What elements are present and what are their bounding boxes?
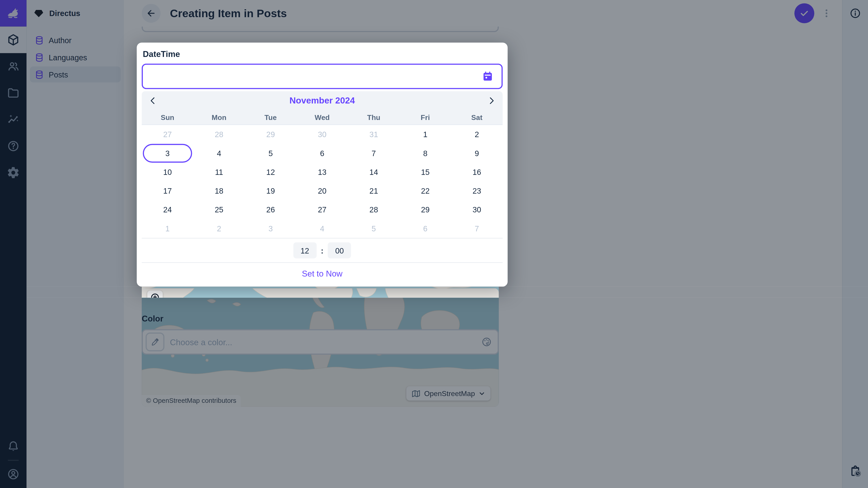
- modal-overlay[interactable]: [499, 287, 868, 298]
- datetime-picker-dialog: DateTime November 2024: [137, 43, 508, 287]
- chevron-left-icon: [148, 96, 158, 106]
- calendar-day[interactable]: 3: [143, 144, 192, 163]
- minute-input[interactable]: 00: [328, 242, 351, 258]
- calendar-day[interactable]: 26: [246, 200, 295, 219]
- weekday-label: Fri: [399, 113, 451, 122]
- world-map: [142, 288, 499, 298]
- datetime-field-label: DateTime: [143, 49, 503, 59]
- calendar-day[interactable]: 29: [246, 125, 295, 144]
- calendar-day[interactable]: 12: [246, 163, 295, 182]
- calendar-day[interactable]: 4: [298, 219, 347, 238]
- calendar-day[interactable]: 2: [452, 125, 501, 144]
- set-to-now-row: Set to Now: [142, 263, 503, 284]
- calendar-day[interactable]: 1: [143, 219, 192, 238]
- calendar-day[interactable]: 27: [298, 200, 347, 219]
- calendar-day[interactable]: 13: [298, 163, 347, 182]
- calendar-day[interactable]: 1: [401, 125, 450, 144]
- weekday-label: Mon: [193, 113, 245, 122]
- app-root: Directus Author L: [0, 0, 868, 488]
- calendar-header: November 2024 SunMonTueWedThuFriSat: [142, 91, 503, 125]
- set-to-now-button[interactable]: Set to Now: [302, 269, 342, 278]
- calendar-day[interactable]: 2: [194, 219, 244, 238]
- weekday-label: Tue: [245, 113, 296, 122]
- calendar-day[interactable]: 28: [349, 200, 398, 219]
- calendar-day[interactable]: 10: [143, 163, 192, 182]
- modal-overlay[interactable]: [0, 287, 142, 298]
- hour-input[interactable]: 12: [293, 242, 316, 258]
- calendar-day[interactable]: 29: [401, 200, 450, 219]
- calendar-day[interactable]: 22: [401, 182, 450, 200]
- calendar-day[interactable]: 14: [349, 163, 398, 182]
- calendar-icon: [482, 70, 494, 83]
- calendar-day[interactable]: 7: [349, 144, 398, 163]
- month-title: November 2024: [160, 96, 484, 106]
- map-locate-button[interactable]: [147, 291, 163, 298]
- weekday-label: Wed: [296, 113, 348, 122]
- datetime-input-wrap: [142, 64, 503, 89]
- calendar-day[interactable]: 23: [452, 182, 501, 200]
- calendar-day[interactable]: 24: [143, 200, 192, 219]
- previous-month-button[interactable]: [145, 93, 161, 108]
- calendar-day[interactable]: 11: [194, 163, 244, 182]
- weekday-label: Sun: [142, 113, 193, 122]
- calendar-day[interactable]: 30: [298, 125, 347, 144]
- calendar-toggle-button[interactable]: [480, 69, 495, 84]
- calendar-day[interactable]: 19: [246, 182, 295, 200]
- calendar-day[interactable]: 16: [452, 163, 501, 182]
- calendar-day[interactable]: 25: [194, 200, 244, 219]
- next-month-button[interactable]: [484, 93, 499, 108]
- calendar-day[interactable]: 18: [194, 182, 244, 200]
- calendar-day[interactable]: 31: [349, 125, 398, 144]
- weekday-row: SunMonTueWedThuFriSat: [142, 110, 503, 125]
- calendar-day[interactable]: 30: [452, 200, 501, 219]
- calendar-day[interactable]: 6: [298, 144, 347, 163]
- chevron-right-icon: [487, 96, 497, 106]
- calendar-day[interactable]: 17: [143, 182, 192, 200]
- map-bright-strip: [142, 288, 499, 298]
- weekday-label: Thu: [348, 113, 399, 122]
- location-pin-plus-icon: [149, 292, 161, 297]
- calendar-day[interactable]: 9: [452, 144, 501, 163]
- calendar-day[interactable]: 21: [349, 182, 398, 200]
- calendar-grid: 2728293031123456789101112131415161718192…: [142, 125, 503, 238]
- time-separator: :: [321, 246, 323, 255]
- modal-overlay[interactable]: [0, 298, 868, 488]
- weekday-label: Sat: [451, 113, 503, 122]
- calendar-day[interactable]: 5: [349, 219, 398, 238]
- datetime-input[interactable]: [149, 72, 480, 81]
- date-picker: November 2024 SunMonTueWedThuFriSat 2728…: [142, 91, 503, 284]
- calendar-day[interactable]: 5: [246, 144, 295, 163]
- calendar-day[interactable]: 7: [452, 219, 501, 238]
- calendar-day[interactable]: 15: [401, 163, 450, 182]
- calendar-day[interactable]: 6: [401, 219, 450, 238]
- calendar-day[interactable]: 20: [298, 182, 347, 200]
- time-row: 12 : 00: [142, 238, 503, 262]
- calendar-day[interactable]: 27: [143, 125, 192, 144]
- calendar-day[interactable]: 3: [246, 219, 295, 238]
- calendar-day[interactable]: 28: [194, 125, 244, 144]
- calendar-day[interactable]: 8: [401, 144, 450, 163]
- calendar-day[interactable]: 4: [194, 144, 244, 163]
